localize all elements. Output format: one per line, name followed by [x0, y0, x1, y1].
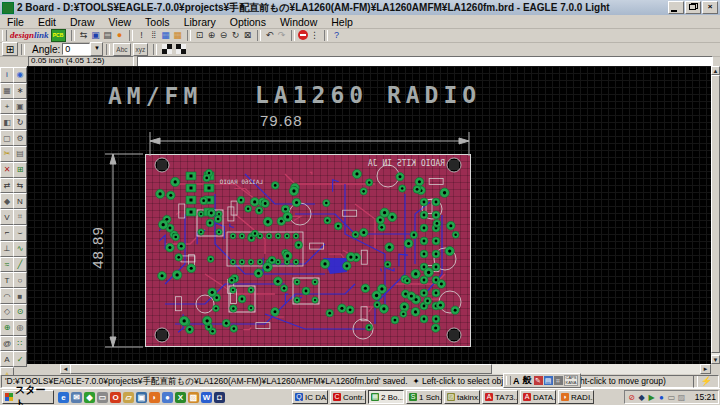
- mirror-tool[interactable]: ◧: [0, 114, 14, 130]
- param-button-0[interactable]: Abc: [113, 43, 130, 56]
- help-icon[interactable]: ?: [331, 30, 342, 41]
- menu-window[interactable]: Window: [273, 16, 324, 28]
- angle-dropdown-icon[interactable]: ▼: [90, 42, 103, 56]
- scroll-right-icon[interactable]: ►: [700, 364, 711, 374]
- change-tool[interactable]: ⚙: [13, 130, 27, 146]
- board-canvas[interactable]: AM/FM LA1260 RADIO 79.68 48.89 RADIO KIT…: [27, 66, 711, 364]
- ime-language-bar[interactable]: A 般 ✎ ▤ ⌗ CAPSKANA: [503, 373, 581, 388]
- pcb-board[interactable]: RADIO KITS IN JALA1260 RADIO: [27, 66, 711, 364]
- vscroll-thumb[interactable]: [711, 75, 720, 353]
- open-board-icon[interactable]: ⇆: [78, 30, 89, 41]
- cam-processor-icon[interactable]: ●: [114, 30, 125, 41]
- firefox-icon[interactable]: ◗: [149, 392, 160, 403]
- task-radi[interactable]: ◗RADI..: [558, 390, 594, 404]
- image-icon[interactable]: ▨: [188, 392, 199, 403]
- redo-icon[interactable]: ↷: [276, 30, 287, 41]
- updater-icon[interactable]: ▶: [647, 393, 656, 402]
- taskbar-clock[interactable]: 15:21: [695, 392, 718, 402]
- ime-tray-icon[interactable]: ●: [657, 393, 666, 402]
- zoom-fit-icon[interactable]: ⊡: [194, 30, 205, 41]
- zoom-out-icon[interactable]: ⊖: [218, 30, 229, 41]
- browser-icon[interactable]: ●: [162, 392, 173, 403]
- shield-icon[interactable]: ◆: [637, 393, 646, 402]
- run-ulp-icon[interactable]: ▦: [160, 30, 171, 41]
- menu-library[interactable]: Library: [177, 16, 223, 28]
- messenger-icon[interactable]: ◆: [84, 392, 95, 403]
- task-1sch[interactable]: S1 Sch..: [406, 390, 442, 404]
- ime-pad-icon[interactable]: ▤: [544, 376, 553, 385]
- rect-tool[interactable]: ■: [13, 288, 27, 304]
- more-icon[interactable]: ⋮: [309, 30, 320, 41]
- start-button[interactable]: スタート: [2, 390, 54, 404]
- attribute-tool[interactable]: @: [0, 336, 14, 352]
- menu-options[interactable]: Options: [223, 16, 273, 28]
- menu-draw[interactable]: Draw: [63, 16, 102, 28]
- menu-view[interactable]: View: [102, 16, 139, 28]
- route-tool[interactable]: ∿: [13, 241, 27, 257]
- ime-tools-icon[interactable]: ✎: [534, 376, 543, 385]
- scroll-up-icon[interactable]: ▲: [711, 66, 720, 75]
- text-tool[interactable]: T: [0, 272, 14, 288]
- replace-tool[interactable]: ⇆: [13, 178, 27, 194]
- menu-file[interactable]: File: [0, 16, 31, 28]
- show-desktop-icon[interactable]: ▭: [97, 392, 108, 403]
- polygon-tool[interactable]: ◇: [0, 304, 14, 320]
- menu-edit[interactable]: Edit: [31, 16, 63, 28]
- horizontal-scrollbar[interactable]: ◄ ►: [27, 364, 720, 374]
- delete-tool[interactable]: ✕: [0, 162, 14, 178]
- paste-tool[interactable]: ▤: [13, 146, 27, 162]
- info-tool[interactable]: i: [0, 67, 14, 83]
- name-tool[interactable]: N: [13, 193, 27, 209]
- miter-tool[interactable]: ⌐: [0, 225, 14, 241]
- close-button[interactable]: ×: [702, 1, 718, 14]
- ime-capskana[interactable]: CAPSKANA: [564, 375, 579, 386]
- menu-tools[interactable]: Tools: [138, 16, 177, 28]
- optimize-tool[interactable]: ⊥: [0, 241, 14, 257]
- circle-tool[interactable]: ○: [13, 272, 27, 288]
- signal-tool[interactable]: ⊕: [0, 320, 14, 336]
- param-button-1[interactable]: xyz: [133, 43, 149, 56]
- ie-icon[interactable]: e: [58, 392, 69, 403]
- move-tool[interactable]: +: [0, 99, 14, 115]
- vertical-scrollbar[interactable]: ▲ ▼: [711, 66, 720, 364]
- title-bar[interactable]: 2 Board - D:¥TOOLS¥EAGLE-7.0.0¥projects¥…: [0, 0, 720, 15]
- arc-tool[interactable]: ◠: [0, 288, 14, 304]
- layer-bottom-icon[interactable]: [176, 44, 186, 54]
- restore-button[interactable]: [685, 1, 701, 14]
- hole-tool[interactable]: ◎: [13, 320, 27, 336]
- via-tool[interactable]: ⊙: [13, 304, 27, 320]
- device-icon[interactable]: ▭: [667, 393, 676, 402]
- save-icon[interactable]: ▣: [90, 30, 101, 41]
- minimize-button[interactable]: [668, 1, 684, 14]
- lock-tool[interactable]: ◆: [0, 193, 14, 209]
- ime-mode[interactable]: A: [512, 376, 521, 386]
- opera-icon[interactable]: O: [110, 392, 121, 403]
- ripup-tool[interactable]: ≈: [0, 257, 14, 273]
- designlink-logo[interactable]: designlink: [10, 30, 49, 41]
- copy-tool[interactable]: ▣: [13, 99, 27, 115]
- angle-value[interactable]: 0: [62, 43, 90, 55]
- stop-icon[interactable]: [298, 30, 308, 40]
- display-tray-icon[interactable]: ▨: [677, 393, 686, 402]
- cut-tool[interactable]: ✂: [0, 146, 14, 162]
- excel-icon[interactable]: X: [175, 392, 186, 403]
- value-tool[interactable]: V: [0, 209, 14, 225]
- show-tool[interactable]: ◉: [13, 67, 27, 83]
- layer-top-icon[interactable]: [162, 44, 172, 54]
- drc-status-icon[interactable]: ⚡: [693, 375, 719, 388]
- switch-to-schematic-icon[interactable]: !: [136, 30, 147, 41]
- wire-tool[interactable]: ╱: [13, 257, 27, 273]
- rotate-tool[interactable]: ↻: [13, 114, 27, 130]
- smash-tool[interactable]: ⌗: [13, 209, 27, 225]
- split-tool[interactable]: ⌣: [13, 225, 27, 241]
- task-icda[interactable]: QIC DA..: [292, 390, 328, 404]
- auto-tool[interactable]: A: [0, 351, 14, 367]
- task-2bo[interactable]: ▦2 Bo...: [368, 390, 404, 404]
- ime-keyboard-icon[interactable]: ⌗: [554, 376, 563, 385]
- angle-combo[interactable]: 0 ▼: [62, 42, 103, 56]
- mute-icon[interactable]: ⊘: [627, 393, 636, 402]
- task-ta73[interactable]: ATA73..: [482, 390, 518, 404]
- grid-button[interactable]: ⊞: [2, 42, 18, 56]
- task-data[interactable]: ADATA..: [520, 390, 556, 404]
- scroll-down-icon[interactable]: ▼: [711, 355, 720, 364]
